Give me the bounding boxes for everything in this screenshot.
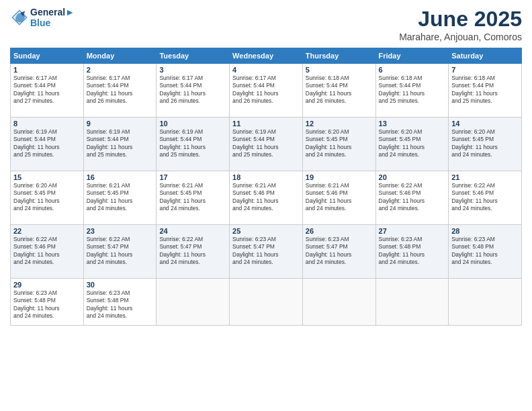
calendar-cell [375, 279, 449, 326]
col-header-thursday: Thursday [302, 48, 375, 64]
day-number: 21 [451, 173, 519, 181]
day-info: Sunrise: 6:23 AMSunset: 5:47 PMDaylight:… [306, 236, 373, 267]
day-number: 13 [379, 120, 446, 128]
day-number: 1 [13, 66, 81, 74]
day-info: Sunrise: 6:21 AMSunset: 5:45 PMDaylight:… [87, 182, 154, 213]
calendar-cell [302, 279, 375, 326]
day-number: 9 [87, 120, 154, 128]
calendar-cell: 16Sunrise: 6:21 AMSunset: 5:45 PMDayligh… [83, 171, 157, 225]
day-info: Sunrise: 6:23 AMSunset: 5:48 PMDaylight:… [451, 236, 519, 267]
day-info: Sunrise: 6:17 AMSunset: 5:44 PMDaylight:… [87, 75, 154, 105]
calendar-cell: 25Sunrise: 6:23 AMSunset: 5:47 PMDayligh… [230, 225, 303, 279]
calendar-cell: 8Sunrise: 6:19 AMSunset: 5:44 PMDaylight… [11, 118, 84, 171]
day-number: 16 [87, 173, 154, 181]
calendar-cell: 3Sunrise: 6:17 AMSunset: 5:44 PMDaylight… [157, 64, 230, 118]
day-info: Sunrise: 6:19 AMSunset: 5:44 PMDaylight:… [87, 128, 154, 159]
day-info: Sunrise: 6:22 AMSunset: 5:47 PMDaylight:… [87, 236, 154, 267]
header: General► Blue June 2025 Marahare, Anjoua… [10, 7, 522, 42]
calendar-cell: 22Sunrise: 6:22 AMSunset: 5:46 PMDayligh… [11, 225, 84, 279]
day-number: 17 [159, 173, 226, 181]
day-info: Sunrise: 6:21 AMSunset: 5:46 PMDaylight:… [232, 182, 300, 213]
calendar-cell: 6Sunrise: 6:18 AMSunset: 5:44 PMDaylight… [375, 64, 449, 118]
calendar-cell: 15Sunrise: 6:20 AMSunset: 5:45 PMDayligh… [11, 171, 84, 225]
calendar-cell: 1Sunrise: 6:17 AMSunset: 5:44 PMDaylight… [11, 64, 84, 118]
logo: General► Blue [10, 7, 75, 28]
day-number: 12 [306, 120, 373, 128]
calendar-cell: 4Sunrise: 6:17 AMSunset: 5:44 PMDaylight… [230, 64, 303, 118]
day-number: 7 [451, 66, 519, 74]
day-info: Sunrise: 6:19 AMSunset: 5:44 PMDaylight:… [13, 128, 81, 159]
day-info: Sunrise: 6:21 AMSunset: 5:45 PMDaylight:… [159, 182, 226, 213]
day-number: 4 [232, 66, 300, 74]
day-number: 15 [13, 173, 81, 181]
calendar-cell: 24Sunrise: 6:22 AMSunset: 5:47 PMDayligh… [157, 225, 230, 279]
day-info: Sunrise: 6:20 AMSunset: 5:45 PMDaylight:… [379, 128, 446, 159]
day-info: Sunrise: 6:23 AMSunset: 5:48 PMDaylight:… [87, 289, 154, 320]
day-info: Sunrise: 6:23 AMSunset: 5:47 PMDaylight:… [232, 236, 300, 267]
calendar-cell: 26Sunrise: 6:23 AMSunset: 5:47 PMDayligh… [302, 225, 375, 279]
day-info: Sunrise: 6:17 AMSunset: 5:44 PMDaylight:… [13, 75, 81, 105]
calendar-cell: 19Sunrise: 6:21 AMSunset: 5:46 PMDayligh… [302, 171, 375, 225]
title-block: June 2025 Marahare, Anjouan, Comoros [399, 7, 522, 42]
calendar-cell: 11Sunrise: 6:19 AMSunset: 5:44 PMDayligh… [230, 118, 303, 171]
calendar-cell [449, 279, 522, 326]
day-info: Sunrise: 6:21 AMSunset: 5:46 PMDaylight:… [306, 182, 373, 213]
col-header-wednesday: Wednesday [230, 48, 303, 64]
day-number: 22 [13, 227, 81, 235]
day-number: 29 [13, 281, 81, 289]
calendar-cell: 29Sunrise: 6:23 AMSunset: 5:48 PMDayligh… [11, 279, 84, 326]
day-info: Sunrise: 6:19 AMSunset: 5:44 PMDaylight:… [232, 128, 300, 159]
day-number: 11 [232, 120, 300, 128]
day-number: 10 [159, 120, 226, 128]
day-number: 23 [87, 227, 154, 235]
day-info: Sunrise: 6:19 AMSunset: 5:44 PMDaylight:… [159, 128, 226, 159]
day-number: 30 [87, 281, 154, 289]
day-number: 20 [379, 173, 446, 181]
location-title: Marahare, Anjouan, Comoros [399, 32, 522, 42]
day-number: 25 [232, 227, 300, 235]
day-info: Sunrise: 6:17 AMSunset: 5:44 PMDaylight:… [159, 75, 226, 105]
day-info: Sunrise: 6:22 AMSunset: 5:46 PMDaylight:… [451, 182, 519, 213]
day-number: 3 [159, 66, 226, 74]
calendar-cell: 28Sunrise: 6:23 AMSunset: 5:48 PMDayligh… [449, 225, 522, 279]
day-number: 18 [232, 173, 300, 181]
col-header-sunday: Sunday [11, 48, 84, 64]
day-number: 24 [159, 227, 226, 235]
calendar-cell: 23Sunrise: 6:22 AMSunset: 5:47 PMDayligh… [83, 225, 157, 279]
day-info: Sunrise: 6:23 AMSunset: 5:48 PMDaylight:… [379, 236, 446, 267]
calendar-cell [230, 279, 303, 326]
day-number: 6 [379, 66, 446, 74]
col-header-monday: Monday [83, 48, 157, 64]
calendar-cell: 27Sunrise: 6:23 AMSunset: 5:48 PMDayligh… [375, 225, 449, 279]
day-number: 28 [451, 227, 519, 235]
day-number: 19 [306, 173, 373, 181]
calendar-table: SundayMondayTuesdayWednesdayThursdayFrid… [10, 48, 522, 326]
col-header-tuesday: Tuesday [157, 48, 230, 64]
day-info: Sunrise: 6:23 AMSunset: 5:48 PMDaylight:… [13, 289, 81, 320]
calendar-cell: 5Sunrise: 6:18 AMSunset: 5:44 PMDaylight… [302, 64, 375, 118]
day-info: Sunrise: 6:22 AMSunset: 5:47 PMDaylight:… [159, 236, 226, 267]
day-info: Sunrise: 6:18 AMSunset: 5:44 PMDaylight:… [451, 75, 519, 105]
day-number: 26 [306, 227, 373, 235]
day-info: Sunrise: 6:20 AMSunset: 5:45 PMDaylight:… [13, 182, 81, 213]
day-number: 27 [379, 227, 446, 235]
calendar-cell: 18Sunrise: 6:21 AMSunset: 5:46 PMDayligh… [230, 171, 303, 225]
day-info: Sunrise: 6:20 AMSunset: 5:45 PMDaylight:… [451, 128, 519, 159]
day-number: 8 [13, 120, 81, 128]
calendar-cell: 12Sunrise: 6:20 AMSunset: 5:45 PMDayligh… [302, 118, 375, 171]
day-info: Sunrise: 6:22 AMSunset: 5:46 PMDaylight:… [379, 182, 446, 213]
calendar-cell: 17Sunrise: 6:21 AMSunset: 5:45 PMDayligh… [157, 171, 230, 225]
day-info: Sunrise: 6:18 AMSunset: 5:44 PMDaylight:… [379, 75, 446, 105]
day-info: Sunrise: 6:17 AMSunset: 5:44 PMDaylight:… [232, 75, 300, 105]
calendar-cell: 2Sunrise: 6:17 AMSunset: 5:44 PMDaylight… [83, 64, 157, 118]
calendar-cell: 30Sunrise: 6:23 AMSunset: 5:48 PMDayligh… [83, 279, 157, 326]
calendar-cell: 21Sunrise: 6:22 AMSunset: 5:46 PMDayligh… [449, 171, 522, 225]
month-title: June 2025 [399, 7, 522, 32]
calendar-cell: 10Sunrise: 6:19 AMSunset: 5:44 PMDayligh… [157, 118, 230, 171]
col-header-saturday: Saturday [449, 48, 522, 64]
day-number: 2 [87, 66, 154, 74]
page: General► Blue June 2025 Marahare, Anjoua… [0, 0, 532, 411]
calendar-cell: 14Sunrise: 6:20 AMSunset: 5:45 PMDayligh… [449, 118, 522, 171]
logo-text: General► Blue [30, 7, 75, 28]
calendar-cell: 7Sunrise: 6:18 AMSunset: 5:44 PMDaylight… [449, 64, 522, 118]
